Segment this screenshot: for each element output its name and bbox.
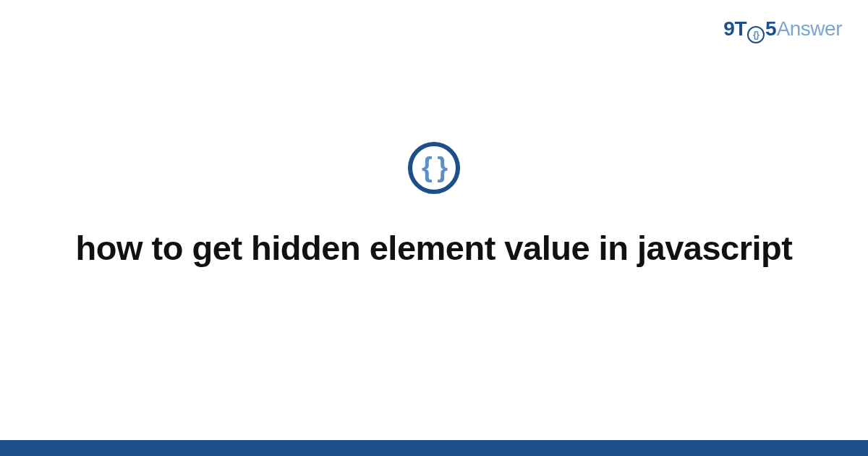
code-braces-icon: { }	[408, 142, 460, 194]
main-content: { } how to get hidden element value in j…	[0, 0, 868, 442]
page-title: how to get hidden element value in javas…	[76, 226, 793, 270]
code-braces-glyph: { }	[422, 153, 446, 182]
category-icon-wrap: { }	[408, 142, 460, 194]
footer-accent-bar	[0, 440, 868, 456]
